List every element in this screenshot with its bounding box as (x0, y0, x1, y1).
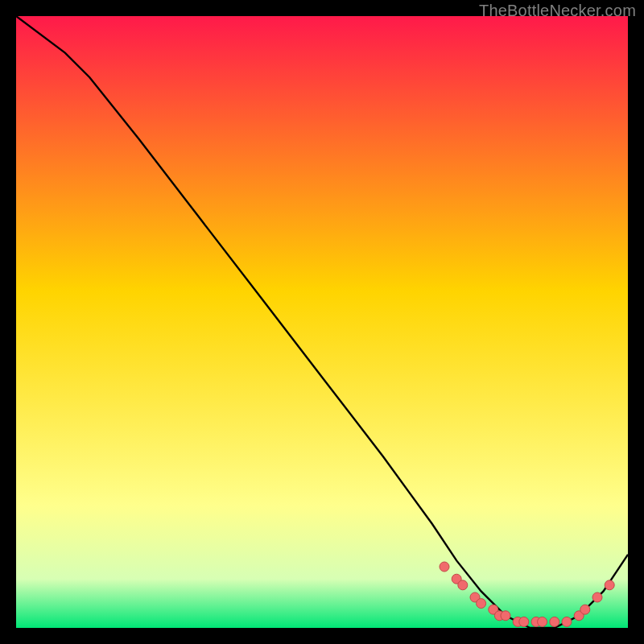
bottleneck-curve (16, 16, 628, 628)
chart-stage: TheBottleNecker.com (0, 0, 644, 644)
marker-dot (550, 617, 559, 626)
attribution-text: TheBottleNecker.com (479, 2, 636, 20)
plot-overlay (16, 16, 628, 628)
plot-area (16, 16, 628, 628)
marker-dot (501, 611, 510, 621)
marker-dot (605, 580, 614, 590)
marker-dot (519, 617, 529, 626)
marker-dot (477, 599, 486, 609)
marker-dot (458, 580, 468, 590)
marker-dot (538, 617, 547, 626)
marker-dot (592, 592, 602, 602)
marker-dot (440, 562, 449, 572)
marker-dot (562, 617, 572, 626)
marker-dot (580, 605, 590, 614)
